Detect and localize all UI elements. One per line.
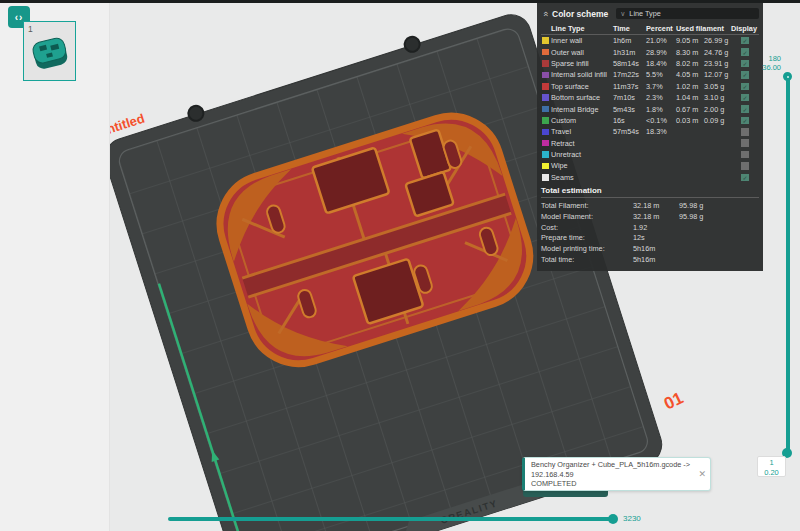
line-type-label: Custom: [551, 116, 613, 125]
line-time: 7m10s: [613, 93, 646, 102]
line-percent: 2.3%: [646, 93, 676, 102]
line-time: 58m14s: [613, 59, 646, 68]
object-list-sidebar: ‹› 1: [0, 3, 110, 531]
line-percent: 1.8%: [646, 105, 676, 114]
line-type-row: Retract: [541, 138, 759, 149]
line-type-table-header: Line Type Time Percent Used filament Dis…: [541, 23, 759, 35]
line-type-row: Seams✓: [541, 172, 759, 183]
line-weight: 3.10 g: [704, 93, 731, 102]
layer-slider-top-values: 180 36.00: [762, 55, 781, 72]
toast-stack-behind: [523, 490, 608, 497]
display-checkbox[interactable]: ✓: [741, 105, 749, 113]
total-row: Cost:1.92: [541, 222, 759, 233]
display-checkbox[interactable]: ✓: [741, 60, 749, 68]
line-type-row: Unretract: [541, 149, 759, 160]
close-icon[interactable]: ✕: [698, 469, 706, 479]
layer-slider[interactable]: [786, 76, 790, 452]
line-color-swatch: [542, 49, 549, 56]
bottom-layer-number: 1: [758, 458, 785, 468]
line-percent: 18.4%: [646, 59, 676, 68]
top-layer-height: 36.00: [762, 64, 781, 73]
line-color-swatch: [542, 163, 549, 170]
line-length: 1.02 m: [676, 82, 704, 91]
line-weight: 12.07 g: [704, 70, 731, 79]
line-type-row: Top surface11m37s3.7%1.02 m3.05 g✓: [541, 81, 759, 92]
line-percent: 3.7%: [646, 82, 676, 91]
col-display: Display: [731, 24, 759, 33]
display-checkbox[interactable]: ✓: [741, 94, 749, 102]
panel-collapse-icon[interactable]: «: [541, 11, 551, 16]
plate-thumbnail-image: [28, 32, 72, 70]
line-type-label: Travel: [551, 127, 613, 136]
line-color-swatch: [542, 129, 549, 136]
line-type-row: Inner wall1h6m21.0%9.05 m26.99 g✓: [541, 35, 759, 46]
line-type-label: Bottom surface: [551, 93, 613, 102]
line-type-row: Outer wall1h31m28.9%8.30 m24.76 g✓: [541, 46, 759, 57]
line-color-swatch: [542, 72, 549, 79]
display-checkbox[interactable]: ✓: [741, 71, 749, 79]
total-label: Cost:: [541, 223, 633, 232]
line-time: 11m37s: [613, 82, 646, 91]
toast-line3: COMPLETED: [531, 479, 694, 489]
total-row: Total Filament:32.18 m95.98 g: [541, 200, 759, 211]
plate-thumbnail-card[interactable]: 1: [23, 21, 76, 81]
line-color-swatch: [542, 174, 549, 181]
display-checkbox[interactable]: [741, 139, 749, 147]
line-time: 17m22s: [613, 70, 646, 79]
plate-number-label: 01: [661, 388, 686, 413]
display-checkbox[interactable]: ✓: [741, 37, 749, 45]
horizontal-range-slider[interactable]: [168, 517, 615, 521]
line-type-table: Inner wall1h6m21.0%9.05 m26.99 g✓Outer w…: [541, 35, 759, 183]
line-weight: 2.00 g: [704, 105, 731, 114]
total-value1: 5h16m: [633, 244, 679, 253]
display-checkbox[interactable]: ✓: [741, 117, 749, 125]
line-type-label: Unretract: [551, 150, 613, 159]
display-checkbox[interactable]: ✓: [741, 174, 749, 182]
total-value2: 95.98 g: [679, 212, 759, 221]
col-time: Time: [613, 24, 646, 33]
line-type-label: Retract: [551, 139, 613, 148]
total-estimation-table: Total Filament:32.18 m95.98 gModel Filam…: [541, 197, 759, 265]
layer-slider-top-handle[interactable]: [783, 72, 792, 81]
line-weight: 23.91 g: [704, 59, 731, 68]
view-mode-dropdown[interactable]: ∨ Line Type: [616, 8, 759, 19]
line-length: 8.30 m: [676, 48, 704, 57]
upload-toast: Benchy Organizer + Cube_PLA_5h16m.gcode …: [522, 457, 711, 491]
view-mode-value: Line Type: [629, 9, 661, 18]
horizontal-slider-value: 3230: [623, 514, 641, 523]
color-scheme-panel: « Color scheme ∨ Line Type Line Type Tim…: [537, 3, 763, 271]
line-length: 0.67 m: [676, 105, 704, 114]
line-time: 5m43s: [613, 105, 646, 114]
total-estimation-title: Total estimation: [541, 183, 759, 197]
line-type-row: Custom16s<0.1%0.03 m0.09 g✓: [541, 115, 759, 126]
total-value1: 12s: [633, 233, 679, 242]
line-percent: 18.3%: [646, 127, 676, 136]
display-checkbox[interactable]: [741, 128, 749, 136]
line-time: 1h6m: [613, 36, 646, 45]
line-length: 4.05 m: [676, 70, 704, 79]
total-row: Model Filament:32.18 m95.98 g: [541, 211, 759, 222]
total-value1: 1.92: [633, 223, 679, 232]
horizontal-slider-handle[interactable]: [608, 514, 618, 524]
panel-title: Color scheme: [552, 9, 608, 19]
line-length: 1.04 m: [676, 93, 704, 102]
display-checkbox[interactable]: ✓: [741, 48, 749, 56]
line-type-row: Sparse infill58m14s18.4%8.02 m23.91 g✓: [541, 58, 759, 69]
line-color-swatch: [542, 37, 549, 44]
display-checkbox[interactable]: [741, 151, 749, 159]
line-weight: 3.05 g: [704, 82, 731, 91]
line-time: 1h31m: [613, 48, 646, 57]
display-checkbox[interactable]: [741, 162, 749, 170]
line-percent: 28.9%: [646, 48, 676, 57]
line-type-label: Internal solid infill: [551, 70, 613, 79]
line-type-label: Seams: [551, 173, 613, 182]
line-percent: 21.0%: [646, 36, 676, 45]
line-type-row: Travel57m54s18.3%: [541, 126, 759, 137]
line-weight: 24.76 g: [704, 48, 731, 57]
line-color-swatch: [542, 94, 549, 101]
line-color-swatch: [542, 117, 549, 124]
line-color-swatch: [542, 60, 549, 67]
display-checkbox[interactable]: ✓: [741, 83, 749, 91]
line-time: 57m54s: [613, 127, 646, 136]
total-value1: 32.18 m: [633, 212, 679, 221]
